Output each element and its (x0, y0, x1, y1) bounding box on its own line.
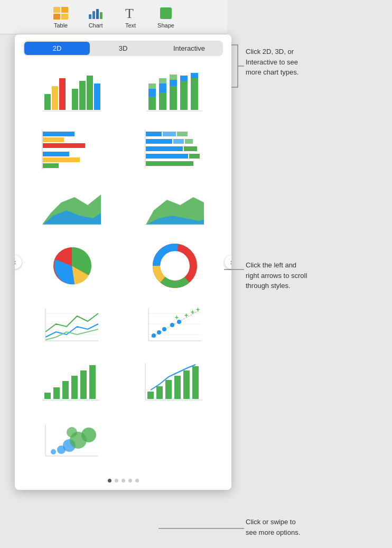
svg-text:+: + (191, 309, 194, 316)
chart-type-bar-growing[interactable] (20, 353, 123, 411)
pagination-dots (15, 473, 231, 490)
chart-type-donut[interactable] (123, 237, 226, 295)
dot-2[interactable] (115, 479, 118, 482)
svg-rect-33 (43, 137, 64, 142)
svg-rect-29 (191, 78, 198, 110)
chart-type-grid: + + + + (15, 62, 231, 469)
svg-point-105 (67, 427, 77, 438)
svg-rect-34 (43, 143, 85, 148)
svg-rect-30 (191, 73, 198, 78)
svg-rect-87 (80, 370, 87, 399)
svg-rect-85 (62, 381, 69, 399)
svg-rect-35 (43, 152, 69, 156)
svg-rect-95 (192, 366, 199, 399)
svg-rect-94 (183, 370, 190, 399)
svg-text:T: T (125, 6, 134, 20)
chart-type-scatter[interactable]: + + + + (123, 295, 226, 353)
svg-rect-22 (159, 83, 166, 92)
svg-point-75 (170, 323, 174, 327)
svg-rect-90 (147, 392, 154, 399)
svg-rect-21 (159, 92, 166, 110)
svg-rect-5 (92, 11, 95, 19)
svg-rect-83 (44, 393, 51, 399)
svg-rect-11 (52, 86, 58, 110)
svg-rect-2 (53, 14, 60, 20)
svg-rect-32 (43, 132, 74, 136)
toolbar-item-chart[interactable]: Chart (80, 3, 111, 31)
chart-type-bubble[interactable] (20, 411, 123, 469)
svg-rect-7 (100, 12, 102, 19)
svg-rect-91 (156, 386, 163, 399)
dot-1[interactable] (108, 479, 111, 482)
chart-type-area-2[interactable] (123, 179, 226, 237)
chart-label: Chart (89, 22, 103, 29)
callout-top: Click 2D, 3D, orInteractive to seemore c… (246, 47, 362, 78)
svg-rect-86 (71, 376, 78, 399)
svg-rect-25 (170, 80, 177, 86)
svg-rect-23 (159, 78, 166, 83)
svg-rect-42 (146, 139, 172, 144)
text-icon: T (123, 6, 138, 21)
shape-icon (158, 6, 174, 21)
svg-rect-44 (185, 139, 193, 144)
svg-point-74 (162, 327, 166, 331)
svg-rect-92 (165, 380, 172, 399)
chart-icon (88, 6, 104, 21)
svg-rect-4 (89, 14, 91, 19)
svg-rect-43 (173, 139, 184, 144)
svg-point-73 (157, 330, 161, 335)
svg-rect-93 (174, 376, 181, 399)
svg-rect-14 (79, 81, 86, 110)
table-label: Table (54, 22, 68, 29)
chart-type-hbar-stacked[interactable] (123, 120, 226, 179)
chart-type-bar-stacked[interactable] (123, 62, 226, 120)
text-label: Text (125, 22, 136, 29)
svg-rect-39 (146, 132, 162, 136)
svg-rect-13 (72, 89, 78, 110)
svg-rect-28 (180, 76, 188, 81)
svg-rect-26 (170, 75, 177, 80)
segment-interactive[interactable]: Interactive (156, 42, 222, 55)
chart-type-hbar-grouped[interactable] (20, 120, 123, 179)
svg-rect-10 (44, 94, 51, 110)
chart-type-pie[interactable] (20, 237, 123, 295)
svg-rect-36 (43, 157, 80, 162)
callout-middle: Click the left andright arrows to scroll… (246, 260, 362, 291)
svg-point-100 (51, 449, 56, 454)
svg-rect-6 (96, 9, 99, 19)
svg-rect-20 (148, 83, 156, 89)
chart-type-area[interactable] (20, 179, 123, 237)
svg-rect-19 (148, 89, 156, 97)
dot-3[interactable] (122, 479, 125, 482)
svg-point-72 (152, 333, 156, 338)
svg-rect-45 (146, 146, 183, 151)
dot-4[interactable] (128, 479, 132, 482)
svg-text:+: + (175, 314, 179, 321)
svg-rect-0 (53, 7, 60, 13)
svg-rect-37 (43, 163, 59, 168)
svg-rect-24 (170, 86, 177, 110)
svg-rect-47 (146, 154, 188, 159)
chart-type-bar-grouped[interactable] (20, 62, 123, 120)
toolbar-item-shape[interactable]: Shape (150, 3, 182, 31)
svg-rect-84 (53, 387, 60, 399)
dot-5[interactable] (135, 479, 139, 482)
toolbar-item-table[interactable]: Table (45, 3, 76, 31)
toolbar-item-text[interactable]: T Text (115, 3, 146, 31)
svg-rect-18 (148, 97, 156, 110)
svg-rect-1 (61, 7, 68, 13)
svg-rect-27 (180, 81, 188, 110)
svg-rect-48 (189, 154, 200, 159)
segment-2d[interactable]: 2D (24, 42, 90, 55)
svg-text:+: + (184, 312, 188, 319)
segment-3d[interactable]: 3D (90, 42, 156, 55)
chart-type-line[interactable] (20, 295, 123, 353)
table-icon (53, 6, 69, 21)
svg-rect-3 (61, 14, 68, 20)
shape-label: Shape (157, 22, 174, 29)
svg-rect-40 (163, 132, 176, 136)
chart-type-bar-line[interactable] (123, 353, 226, 411)
chart-picker-panel: 2D 3D Interactive ‹ › (15, 34, 231, 490)
svg-point-62 (164, 255, 185, 276)
toolbar: Table Chart T Text Shape (0, 0, 227, 34)
